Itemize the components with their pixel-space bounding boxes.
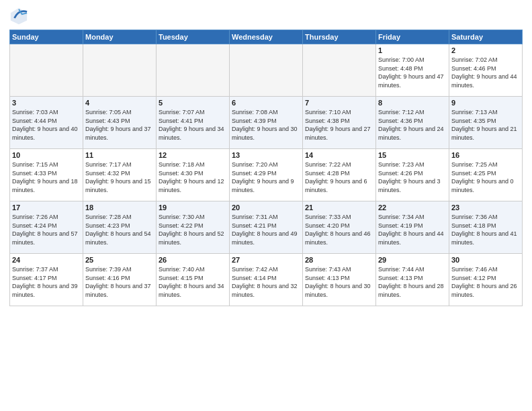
day-number: 10: [12, 151, 81, 159]
day-cell: 8Sunrise: 7:12 AM Sunset: 4:36 PM Daylig…: [376, 97, 449, 149]
day-cell: 7Sunrise: 7:10 AM Sunset: 4:38 PM Daylig…: [303, 97, 376, 149]
day-info: Sunrise: 7:13 AM Sunset: 4:35 PM Dayligh…: [451, 108, 520, 142]
day-cell: 27Sunrise: 7:42 AM Sunset: 4:14 PM Dayli…: [230, 254, 303, 306]
day-info: Sunrise: 7:23 AM Sunset: 4:26 PM Dayligh…: [378, 161, 447, 194]
day-cell: 17Sunrise: 7:26 AM Sunset: 4:24 PM Dayli…: [10, 201, 83, 254]
day-info: Sunrise: 7:40 AM Sunset: 4:15 PM Dayligh…: [159, 265, 227, 299]
day-cell: 6Sunrise: 7:08 AM Sunset: 4:39 PM Daylig…: [230, 97, 303, 149]
day-number: 18: [85, 203, 154, 212]
day-cell: 4Sunrise: 7:05 AM Sunset: 4:43 PM Daylig…: [83, 97, 157, 149]
day-info: Sunrise: 7:43 AM Sunset: 4:13 PM Dayligh…: [305, 265, 373, 299]
header: [9, 7, 523, 26]
day-cell: 19Sunrise: 7:30 AM Sunset: 4:22 PM Dayli…: [157, 201, 230, 254]
day-number: 15: [378, 151, 447, 159]
day-number: 24: [12, 256, 81, 264]
day-info: Sunrise: 7:05 AM Sunset: 4:43 PM Dayligh…: [85, 108, 154, 142]
day-cell: 11Sunrise: 7:17 AM Sunset: 4:32 PM Dayli…: [83, 149, 157, 201]
day-info: Sunrise: 7:02 AM Sunset: 4:46 PM Dayligh…: [451, 56, 520, 89]
page: SundayMondayTuesdayWednesdayThursdayFrid…: [0, 0, 532, 411]
day-number: 4: [85, 99, 154, 107]
day-cell: 2Sunrise: 7:02 AM Sunset: 4:46 PM Daylig…: [449, 44, 523, 97]
day-cell: [10, 44, 83, 97]
week-row-1: 1Sunrise: 7:00 AM Sunset: 4:48 PM Daylig…: [10, 44, 523, 97]
day-info: Sunrise: 7:33 AM Sunset: 4:20 PM Dayligh…: [305, 213, 373, 246]
header-row: SundayMondayTuesdayWednesdayThursdayFrid…: [10, 30, 523, 44]
day-info: Sunrise: 7:42 AM Sunset: 4:14 PM Dayligh…: [232, 265, 300, 299]
day-number: 12: [159, 151, 227, 159]
day-info: Sunrise: 7:07 AM Sunset: 4:41 PM Dayligh…: [159, 108, 227, 142]
day-cell: [157, 44, 230, 97]
day-cell: 22Sunrise: 7:34 AM Sunset: 4:19 PM Dayli…: [376, 201, 449, 254]
day-number: 5: [159, 99, 227, 107]
day-info: Sunrise: 7:15 AM Sunset: 4:33 PM Dayligh…: [12, 161, 81, 194]
day-cell: 15Sunrise: 7:23 AM Sunset: 4:26 PM Dayli…: [376, 149, 449, 201]
day-info: Sunrise: 7:25 AM Sunset: 4:25 PM Dayligh…: [451, 161, 520, 194]
week-row-2: 3Sunrise: 7:03 AM Sunset: 4:44 PM Daylig…: [10, 97, 523, 149]
week-row-4: 17Sunrise: 7:26 AM Sunset: 4:24 PM Dayli…: [10, 201, 523, 254]
logo-icon: [9, 7, 28, 26]
day-number: 16: [451, 151, 520, 159]
day-number: 13: [232, 151, 300, 159]
day-number: 27: [232, 256, 300, 264]
day-cell: 3Sunrise: 7:03 AM Sunset: 4:44 PM Daylig…: [10, 97, 83, 149]
day-info: Sunrise: 7:36 AM Sunset: 4:18 PM Dayligh…: [451, 213, 520, 246]
day-number: 21: [305, 203, 373, 212]
day-cell: 16Sunrise: 7:25 AM Sunset: 4:25 PM Dayli…: [449, 149, 523, 201]
day-cell: 18Sunrise: 7:28 AM Sunset: 4:23 PM Dayli…: [83, 201, 157, 254]
day-cell: [83, 44, 157, 97]
day-number: 28: [305, 256, 373, 264]
day-cell: 21Sunrise: 7:33 AM Sunset: 4:20 PM Dayli…: [303, 201, 376, 254]
day-number: 6: [232, 99, 300, 107]
day-number: 9: [451, 99, 520, 107]
day-info: Sunrise: 7:31 AM Sunset: 4:21 PM Dayligh…: [232, 213, 300, 246]
weekday-header-monday: Monday: [83, 30, 157, 44]
day-cell: 9Sunrise: 7:13 AM Sunset: 4:35 PM Daylig…: [449, 97, 523, 149]
week-row-5: 24Sunrise: 7:37 AM Sunset: 4:17 PM Dayli…: [10, 254, 523, 306]
day-number: 2: [451, 46, 520, 54]
day-info: Sunrise: 7:03 AM Sunset: 4:44 PM Dayligh…: [12, 108, 81, 142]
day-info: Sunrise: 7:26 AM Sunset: 4:24 PM Dayligh…: [12, 213, 81, 246]
day-number: 1: [378, 46, 447, 54]
day-info: Sunrise: 7:08 AM Sunset: 4:39 PM Dayligh…: [232, 108, 300, 142]
day-number: 3: [12, 99, 81, 107]
day-info: Sunrise: 7:12 AM Sunset: 4:36 PM Dayligh…: [378, 108, 447, 142]
day-info: Sunrise: 7:46 AM Sunset: 4:12 PM Dayligh…: [451, 265, 520, 299]
day-number: 22: [378, 203, 447, 212]
calendar-table: SundayMondayTuesdayWednesdayThursdayFrid…: [9, 30, 523, 306]
day-cell: 29Sunrise: 7:44 AM Sunset: 4:13 PM Dayli…: [376, 254, 449, 306]
day-info: Sunrise: 7:17 AM Sunset: 4:32 PM Dayligh…: [85, 161, 154, 194]
day-cell: [230, 44, 303, 97]
day-cell: 14Sunrise: 7:22 AM Sunset: 4:28 PM Dayli…: [303, 149, 376, 201]
day-number: 26: [159, 256, 227, 264]
weekday-header-thursday: Thursday: [303, 30, 376, 44]
day-cell: [303, 44, 376, 97]
day-number: 30: [451, 256, 520, 264]
day-number: 8: [378, 99, 447, 107]
day-info: Sunrise: 7:10 AM Sunset: 4:38 PM Dayligh…: [305, 108, 373, 142]
day-cell: 1Sunrise: 7:00 AM Sunset: 4:48 PM Daylig…: [376, 44, 449, 97]
day-cell: 5Sunrise: 7:07 AM Sunset: 4:41 PM Daylig…: [157, 97, 230, 149]
day-number: 11: [85, 151, 154, 159]
day-cell: 25Sunrise: 7:39 AM Sunset: 4:16 PM Dayli…: [83, 254, 157, 306]
day-cell: 28Sunrise: 7:43 AM Sunset: 4:13 PM Dayli…: [303, 254, 376, 306]
day-info: Sunrise: 7:34 AM Sunset: 4:19 PM Dayligh…: [378, 213, 447, 246]
week-row-3: 10Sunrise: 7:15 AM Sunset: 4:33 PM Dayli…: [10, 149, 523, 201]
day-info: Sunrise: 7:20 AM Sunset: 4:29 PM Dayligh…: [232, 161, 300, 194]
day-cell: 10Sunrise: 7:15 AM Sunset: 4:33 PM Dayli…: [10, 149, 83, 201]
day-cell: 20Sunrise: 7:31 AM Sunset: 4:21 PM Dayli…: [230, 201, 303, 254]
logo: [9, 7, 31, 26]
weekday-header-friday: Friday: [376, 30, 449, 44]
weekday-header-tuesday: Tuesday: [157, 30, 230, 44]
day-cell: 13Sunrise: 7:20 AM Sunset: 4:29 PM Dayli…: [230, 149, 303, 201]
day-cell: 23Sunrise: 7:36 AM Sunset: 4:18 PM Dayli…: [449, 201, 523, 254]
day-info: Sunrise: 7:18 AM Sunset: 4:30 PM Dayligh…: [159, 161, 227, 194]
day-number: 19: [159, 203, 227, 212]
day-info: Sunrise: 7:22 AM Sunset: 4:28 PM Dayligh…: [305, 161, 373, 194]
day-number: 17: [12, 203, 81, 212]
day-info: Sunrise: 7:44 AM Sunset: 4:13 PM Dayligh…: [378, 265, 447, 299]
day-cell: 12Sunrise: 7:18 AM Sunset: 4:30 PM Dayli…: [157, 149, 230, 201]
day-number: 14: [305, 151, 373, 159]
day-cell: 26Sunrise: 7:40 AM Sunset: 4:15 PM Dayli…: [157, 254, 230, 306]
weekday-header-saturday: Saturday: [449, 30, 523, 44]
day-info: Sunrise: 7:30 AM Sunset: 4:22 PM Dayligh…: [159, 213, 227, 246]
